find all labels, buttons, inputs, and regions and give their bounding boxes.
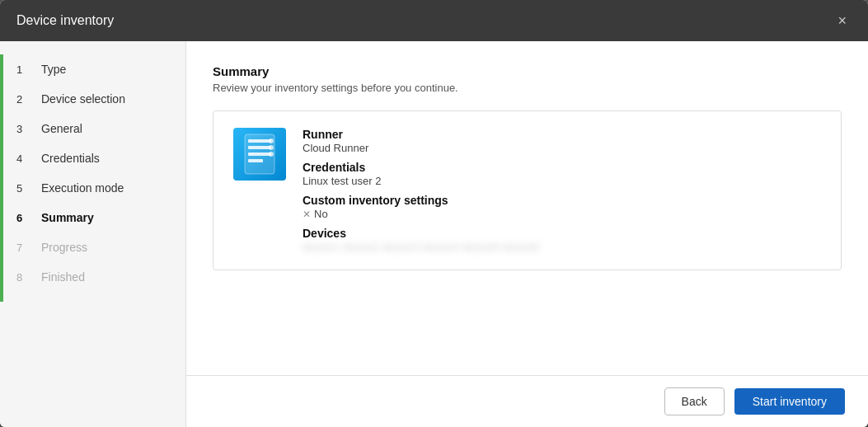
sidebar-item-summary[interactable]: 6 Summary — [0, 203, 185, 232]
content-subtitle: Review your inventory settings before yo… — [213, 82, 842, 94]
sidebar-label-summary: Summary — [41, 211, 94, 224]
main-content: Summary Review your inventory settings b… — [186, 41, 868, 427]
svg-point-7 — [269, 152, 274, 157]
sidebar-item-credentials[interactable]: 4 Credentials — [0, 143, 185, 173]
summary-details: Runner Cloud Runner Credentials Linux te… — [303, 128, 821, 253]
step-num-1: 1 — [16, 63, 33, 76]
svg-rect-1 — [248, 139, 271, 143]
modal-body: 1 Type 2 Device selection 3 General 4 Cr… — [0, 41, 868, 427]
devices-label: Devices — [303, 227, 821, 240]
custom-value-text: No — [314, 208, 328, 220]
svg-rect-3 — [248, 152, 271, 156]
svg-point-6 — [269, 145, 274, 150]
x-icon: ✕ — [303, 209, 311, 220]
runner-icon — [233, 128, 286, 181]
sidebar: 1 Type 2 Device selection 3 General 4 Cr… — [0, 41, 186, 427]
close-button[interactable]: × — [833, 12, 852, 30]
sidebar-item-general[interactable]: 3 General — [0, 114, 185, 143]
active-indicator — [0, 203, 3, 232]
content-title: Summary — [213, 64, 842, 78]
summary-card: Runner Cloud Runner Credentials Linux te… — [213, 110, 842, 270]
sidebar-label-type: Type — [41, 63, 66, 76]
content-area: Summary Review your inventory settings b… — [186, 41, 868, 375]
sidebar-label-general: General — [41, 122, 82, 135]
step-num-6: 6 — [16, 212, 33, 224]
modal-header: Device inventory × — [0, 0, 868, 41]
step-num-7: 7 — [16, 242, 33, 254]
sidebar-label-progress: Progress — [41, 241, 87, 254]
back-button[interactable]: Back — [664, 387, 725, 415]
runner-label: Runner — [303, 128, 821, 141]
sidebar-label-execution-mode: Execution mode — [41, 181, 124, 195]
step-num-8: 8 — [16, 271, 33, 284]
sidebar-item-progress: 7 Progress — [0, 232, 185, 262]
sidebar-label-credentials: Credentials — [41, 152, 100, 165]
credentials-label: Credentials — [303, 161, 821, 174]
sidebar-label-device-selection: Device selection — [41, 92, 125, 106]
svg-rect-4 — [248, 159, 263, 162]
credentials-value: Linux test user 2 — [303, 175, 821, 187]
sidebar-label-finished: Finished — [41, 270, 85, 284]
step-num-3: 3 — [16, 123, 33, 135]
runner-svg — [242, 133, 278, 176]
devices-value: device1 device2 device3 device4 device5 … — [303, 241, 821, 253]
sidebar-item-type[interactable]: 1 Type — [0, 54, 185, 84]
step-num-5: 5 — [16, 182, 33, 195]
custom-inventory-value: ✕ No — [303, 208, 821, 220]
custom-inventory-label: Custom inventory settings — [303, 194, 821, 207]
step-num-2: 2 — [16, 93, 33, 106]
step-num-4: 4 — [16, 152, 33, 165]
sidebar-item-finished: 8 Finished — [0, 262, 185, 292]
sidebar-item-device-selection[interactable]: 2 Device selection — [0, 84, 185, 114]
modal-footer: Back Start inventory — [186, 375, 868, 427]
device-inventory-modal: Device inventory × 1 Type 2 Device selec… — [0, 0, 868, 427]
sidebar-item-execution-mode[interactable]: 5 Execution mode — [0, 173, 185, 203]
svg-rect-2 — [248, 146, 271, 149]
start-inventory-button[interactable]: Start inventory — [734, 388, 845, 415]
modal-title: Device inventory — [16, 13, 114, 28]
runner-value: Cloud Runner — [303, 142, 821, 154]
svg-point-5 — [269, 138, 274, 143]
